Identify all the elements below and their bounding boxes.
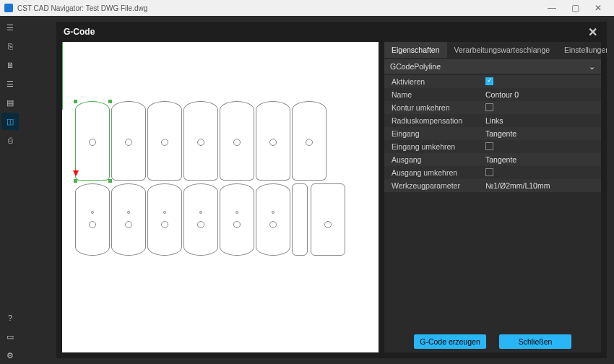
selection-handle bbox=[108, 179, 112, 183]
prop-row[interactable]: Kontur umkehren bbox=[384, 101, 601, 114]
prop-value[interactable] bbox=[485, 103, 601, 113]
selection-handle bbox=[74, 100, 77, 103]
checkbox[interactable] bbox=[485, 103, 493, 111]
modal-footer: G-Code erzeugen Schließen bbox=[384, 331, 601, 352]
hole bbox=[125, 139, 132, 146]
checkbox[interactable] bbox=[485, 142, 493, 150]
prop-label: Eingang bbox=[384, 129, 485, 138]
hole bbox=[324, 221, 332, 228]
contour-bottom bbox=[183, 183, 218, 256]
hole bbox=[161, 139, 168, 146]
hole bbox=[197, 221, 204, 228]
prop-label: Kontur umkehren bbox=[384, 103, 485, 112]
small-hole bbox=[235, 211, 238, 214]
close-icon[interactable]: ✕ bbox=[585, 25, 600, 39]
left-rail: ☰⎘🗎☰▤◫⎙?▭⚙ bbox=[0, 16, 20, 364]
prop-value[interactable]: Tangente bbox=[485, 129, 601, 138]
prop-value[interactable] bbox=[485, 77, 601, 87]
small-hole bbox=[199, 211, 202, 214]
prop-row[interactable]: Aktivieren bbox=[384, 75, 601, 88]
prop-row[interactable]: RadiuskompensationLinks bbox=[384, 114, 601, 127]
contour-last bbox=[311, 183, 345, 256]
object-selector[interactable]: GCodePolyline ⌄ bbox=[384, 59, 601, 74]
contour-bottom bbox=[147, 183, 182, 256]
hole bbox=[197, 139, 204, 146]
hole bbox=[125, 221, 132, 228]
display-icon[interactable]: ▭ bbox=[1, 328, 19, 345]
prop-row[interactable]: Eingang umkehren bbox=[384, 140, 601, 153]
contour-bottom bbox=[111, 183, 146, 256]
prop-value[interactable]: Contour 0 bbox=[485, 90, 601, 99]
maximize-button[interactable]: ▢ bbox=[563, 0, 587, 16]
hole bbox=[161, 221, 168, 228]
selection-handle bbox=[74, 179, 77, 183]
selection-icon[interactable]: ◫ bbox=[1, 113, 19, 130]
prop-label: Ausgang bbox=[384, 155, 485, 164]
prop-label: Eingang umkehren bbox=[384, 142, 485, 151]
close-window-button[interactable]: ✕ bbox=[587, 0, 610, 16]
small-hole bbox=[91, 211, 94, 214]
properties-pane: EigenschaftenVerarbeitungswarteschlangeE… bbox=[384, 42, 601, 352]
hole bbox=[269, 221, 277, 228]
minimize-button[interactable]: — bbox=[540, 0, 563, 16]
checkbox[interactable] bbox=[485, 168, 493, 176]
document-icon[interactable]: 🗎 bbox=[1, 56, 19, 74]
prop-row[interactable]: EingangTangente bbox=[384, 127, 601, 140]
help-icon[interactable]: ? bbox=[1, 309, 19, 326]
hole bbox=[306, 139, 313, 146]
export-icon[interactable]: ⎘ bbox=[1, 38, 19, 55]
hole bbox=[233, 139, 241, 146]
menu-icon[interactable]: ☰ bbox=[1, 19, 19, 36]
tab-verarbeitungswarteschlange[interactable]: Verarbeitungswarteschlange bbox=[447, 42, 558, 58]
prop-label: Radiuskompensation bbox=[384, 116, 485, 125]
prop-label: Ausgang umkehren bbox=[384, 168, 485, 177]
hole bbox=[269, 139, 277, 146]
hole bbox=[89, 139, 96, 146]
prop-value[interactable]: Tangente bbox=[485, 155, 601, 164]
prop-label: Aktivieren bbox=[384, 77, 485, 86]
prop-row[interactable]: Werkzeugparameter№1/Ø2mm/L10mm bbox=[384, 179, 601, 192]
hole bbox=[89, 221, 96, 228]
checkbox[interactable] bbox=[485, 77, 493, 85]
title-text: CST CAD Navigator: Test DWG File.dwg bbox=[17, 4, 147, 12]
small-hole bbox=[163, 211, 166, 214]
settings-icon[interactable]: ⚙ bbox=[1, 347, 19, 364]
small-hole bbox=[127, 211, 130, 214]
chevron-down-icon: ⌄ bbox=[589, 62, 595, 71]
print-icon[interactable]: ⎙ bbox=[1, 131, 19, 149]
prop-row[interactable]: AusgangTangente bbox=[384, 153, 601, 166]
contour-narrow bbox=[292, 183, 308, 256]
app-icon bbox=[4, 4, 13, 12]
close-button[interactable]: Schließen bbox=[499, 334, 571, 349]
modal-title: G-Code bbox=[64, 27, 95, 37]
prop-value[interactable]: №1/Ø2mm/L10mm bbox=[485, 181, 601, 190]
tab-einstellungen[interactable]: Einstellungen bbox=[557, 42, 607, 58]
selector-value: GCodePolyline bbox=[390, 62, 441, 71]
prop-row[interactable]: NameContour 0 bbox=[384, 88, 601, 101]
gcode-modal: G-Code ✕ EigenschaftenVerarbeitungswarte… bbox=[56, 22, 607, 358]
hole bbox=[233, 221, 241, 228]
contour-bottom bbox=[256, 183, 290, 256]
contour-bottom bbox=[220, 183, 254, 256]
layers-icon[interactable]: ▤ bbox=[1, 94, 19, 111]
generate-gcode-button[interactable]: G-Code erzeugen bbox=[414, 334, 486, 349]
tab-bar: EigenschaftenVerarbeitungswarteschlangeE… bbox=[384, 42, 601, 58]
prop-value[interactable] bbox=[485, 142, 601, 152]
small-hole bbox=[272, 211, 274, 214]
properties-list: AktivierenNameContour 0Kontur umkehrenRa… bbox=[384, 75, 601, 192]
list-icon[interactable]: ☰ bbox=[1, 75, 19, 92]
direction-arrow bbox=[73, 170, 79, 176]
tab-eigenschaften[interactable]: Eigenschaften bbox=[384, 42, 447, 58]
contour-bottom bbox=[75, 183, 110, 256]
entry-line bbox=[62, 42, 63, 110]
prop-value[interactable] bbox=[485, 168, 601, 178]
drawing-canvas[interactable] bbox=[62, 42, 379, 352]
prop-value[interactable]: Links bbox=[485, 116, 601, 125]
prop-label: Name bbox=[384, 90, 485, 99]
titlebar: CST CAD Navigator: Test DWG File.dwg — ▢… bbox=[0, 0, 614, 16]
prop-row[interactable]: Ausgang umkehren bbox=[384, 166, 601, 179]
selection-handle bbox=[108, 100, 112, 103]
prop-label: Werkzeugparameter bbox=[384, 181, 485, 190]
